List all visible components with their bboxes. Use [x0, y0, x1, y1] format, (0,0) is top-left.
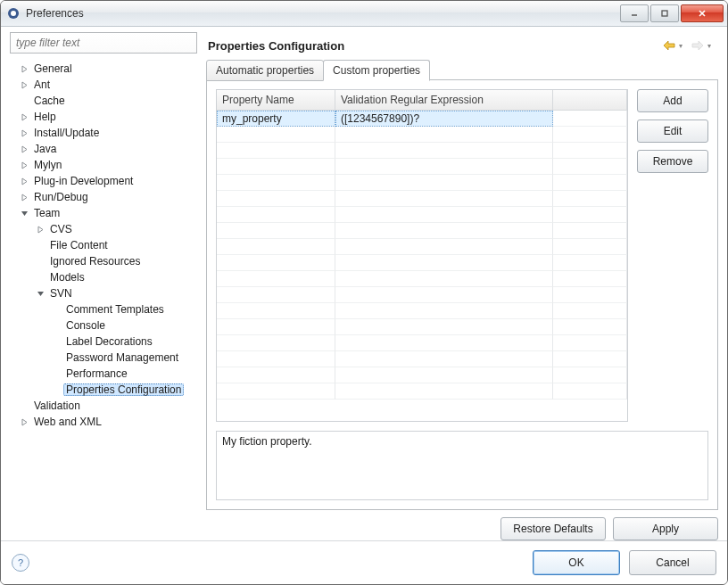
tree-item[interactable]: Performance	[10, 366, 197, 382]
cell-spacer	[553, 111, 627, 127]
ok-button[interactable]: OK	[533, 550, 620, 575]
table-row[interactable]	[217, 223, 627, 239]
table-row[interactable]	[217, 159, 627, 175]
back-menu-icon[interactable]: ▾	[679, 42, 688, 50]
table-row[interactable]	[217, 319, 627, 335]
tree-item[interactable]: Validation	[10, 398, 197, 414]
table-row[interactable]: my_property([1234567890])?	[217, 111, 627, 127]
tree-item[interactable]: Models	[10, 269, 197, 285]
apply-button[interactable]: Apply	[613, 517, 718, 540]
tree-item-label: Ignored Resources	[47, 255, 143, 268]
tree-item-label: Team	[31, 207, 62, 219]
table-row[interactable]	[217, 287, 627, 303]
maximize-button[interactable]	[650, 4, 679, 22]
tree-item[interactable]: Ignored Resources	[10, 253, 197, 269]
tree-item[interactable]: Label Decorations	[10, 334, 197, 350]
table-row[interactable]	[217, 255, 627, 271]
cell-spacer	[553, 351, 627, 367]
tree-item[interactable]: Java	[10, 141, 197, 157]
tree-item[interactable]: Cache	[10, 93, 197, 109]
expand-icon[interactable]	[19, 63, 29, 74]
tree-item[interactable]: Plug-in Development	[10, 173, 197, 189]
col-header-regex[interactable]: Validation Regular Expression	[335, 90, 553, 110]
expand-icon[interactable]	[19, 128, 29, 138]
expand-icon[interactable]	[19, 416, 29, 427]
expand-icon[interactable]	[19, 144, 29, 154]
tree-item[interactable]: Team	[10, 205, 197, 221]
tree-item[interactable]: Ant	[10, 77, 197, 93]
filter-box[interactable]	[10, 32, 197, 54]
minimize-button[interactable]	[620, 4, 649, 22]
twisty-placeholder	[19, 95, 29, 106]
twisty-placeholder	[51, 320, 62, 331]
expand-icon[interactable]	[19, 79, 29, 90]
filter-input[interactable]	[14, 36, 193, 50]
table-body[interactable]: my_property([1234567890])?	[217, 111, 627, 421]
table-row[interactable]	[217, 127, 627, 143]
tree-item[interactable]: SVN	[10, 285, 197, 301]
cell-regex	[335, 303, 553, 319]
tree-item[interactable]: Help	[10, 109, 197, 125]
tree-item-label: Password Management	[63, 351, 181, 364]
expand-icon[interactable]	[19, 176, 29, 186]
add-button[interactable]: Add	[637, 89, 708, 112]
cell-name	[217, 303, 335, 319]
forward-menu-icon[interactable]: ▾	[707, 42, 716, 50]
titlebar: Preferences	[1, 1, 727, 27]
tree-item[interactable]: Properties Configuration	[10, 382, 197, 398]
table-row[interactable]	[217, 207, 627, 223]
close-button[interactable]	[681, 4, 724, 22]
collapse-icon[interactable]	[35, 288, 46, 299]
forward-icon[interactable]	[690, 37, 706, 54]
cell-spacer	[553, 191, 627, 207]
cell-spacer	[553, 127, 627, 143]
tree-item[interactable]: CVS	[10, 221, 197, 237]
col-header-name[interactable]: Property Name	[217, 90, 335, 110]
properties-table[interactable]: Property Name Validation Regular Express…	[216, 89, 628, 422]
remove-button[interactable]: Remove	[637, 150, 708, 173]
table-row[interactable]	[217, 303, 627, 319]
help-icon[interactable]: ?	[12, 554, 29, 572]
table-row[interactable]	[217, 367, 627, 383]
svg-rect-3	[662, 11, 667, 16]
cell-name	[217, 159, 335, 175]
table-row[interactable]	[217, 271, 627, 287]
cell-spacer	[553, 367, 627, 383]
restore-defaults-button[interactable]: Restore Defaults	[500, 517, 606, 540]
description-box[interactable]: My fiction property.	[216, 431, 708, 500]
tree-item[interactable]: Web and XML	[10, 414, 197, 430]
cell-name	[217, 175, 335, 191]
tab-custom-properties[interactable]: Custom properties	[323, 60, 430, 81]
table-row[interactable]	[217, 351, 627, 367]
table-row[interactable]	[217, 335, 627, 351]
tree-item[interactable]: Run/Debug	[10, 189, 197, 205]
tree-item[interactable]: Comment Templates	[10, 301, 197, 317]
cell-name	[217, 223, 335, 239]
table-row[interactable]	[217, 191, 627, 207]
cell-name	[217, 271, 335, 287]
twisty-placeholder	[19, 400, 29, 411]
table-row[interactable]	[217, 175, 627, 191]
tree-item-label: Comment Templates	[63, 303, 167, 316]
table-row[interactable]	[217, 383, 627, 400]
cell-regex	[335, 255, 553, 271]
tab-automatic-properties[interactable]: Automatic properties	[206, 60, 324, 81]
expand-icon[interactable]	[19, 160, 29, 170]
table-row[interactable]	[217, 143, 627, 159]
edit-button[interactable]: Edit	[637, 119, 708, 143]
expand-icon[interactable]	[19, 111, 29, 122]
tree-item[interactable]: Mylyn	[10, 157, 197, 173]
table-row[interactable]	[217, 239, 627, 255]
back-icon[interactable]	[661, 37, 677, 54]
tree-item[interactable]: Password Management	[10, 350, 197, 366]
tree-item[interactable]: General	[10, 61, 197, 77]
expand-icon[interactable]	[19, 192, 29, 202]
tree-item-label: Performance	[63, 367, 130, 380]
collapse-icon[interactable]	[19, 208, 29, 218]
preferences-tree[interactable]: GeneralAntCacheHelpInstall/UpdateJavaMyl…	[10, 59, 197, 540]
cancel-button[interactable]: Cancel	[629, 550, 716, 575]
tree-item[interactable]: File Content	[10, 237, 197, 253]
tree-item[interactable]: Console	[10, 317, 197, 334]
tree-item[interactable]: Install/Update	[10, 125, 197, 141]
expand-icon[interactable]	[35, 224, 46, 235]
